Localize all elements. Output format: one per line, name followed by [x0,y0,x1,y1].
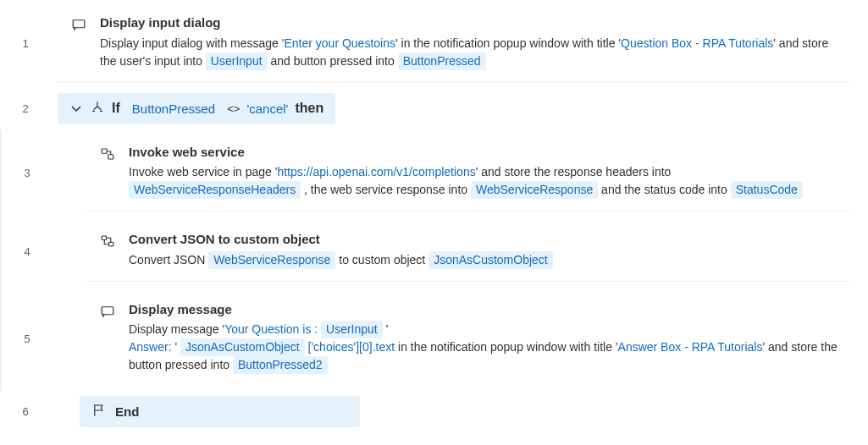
message-icon [98,300,117,319]
variable-token[interactable]: JsonAsCustomObject [428,251,553,269]
action-title: Display input dialog [100,14,841,33]
svg-rect-5 [102,306,113,314]
svg-rect-2 [108,154,113,158]
display-input-dialog-action[interactable]: Display input dialog Display input dialo… [58,5,851,83]
line-number: 4 [2,217,53,287]
line-number: 5 [2,287,53,392]
action-title: Convert JSON to custom object [129,230,841,250]
action-title: Invoke web service [129,143,841,162]
flag-icon [91,403,107,420]
svg-rect-3 [102,236,106,240]
variable-token[interactable]: UserInput [321,321,383,338]
invoke-web-service-action[interactable]: Invoke web service Invoke web service in… [86,135,851,212]
line-number: 1 [0,0,51,88]
convert-icon [98,230,117,249]
flow-row[interactable]: 4 Convert JSON to custom object Convert … [2,217,868,287]
action-description: Display input dialog with message 'Enter… [100,35,841,70]
compare-value: 'cancel' [246,102,288,116]
web-service-icon [98,143,117,162]
variable-token[interactable]: ButtonPressed [398,52,486,70]
svg-rect-1 [102,149,107,153]
variable-token[interactable]: WebServiceResponse [208,251,335,269]
variable-token[interactable]: ButtonPressed [127,102,220,116]
then-keyword: then [295,101,323,116]
action-description: Convert JSON WebServiceResponse to custo… [129,251,841,269]
end-keyword: End [115,404,139,419]
variable-token[interactable]: WebServiceResponse [471,181,598,199]
action-title: Display message [129,300,841,320]
flow-row[interactable]: 6 End [0,391,868,432]
if-keyword: If [112,101,120,116]
flow-editor: 1 Display input dialog Display input dia… [0,0,868,432]
flow-row[interactable]: 2 If ButtonPressed <>'cancel' then [0,88,868,129]
message-icon [69,14,88,32]
svg-rect-0 [73,20,85,28]
variable-token[interactable]: StatusCode [731,181,803,199]
branch-icon [90,100,105,118]
flow-row[interactable]: 3 Invoke web service Invoke web service … [2,129,868,217]
variable-token[interactable]: UserInput [206,52,268,70]
variable-token[interactable]: WebServiceResponseHeaders [129,181,301,199]
end-block[interactable]: End [80,396,360,427]
convert-json-action[interactable]: Convert JSON to custom object Convert JS… [86,222,851,282]
chevron-down-icon[interactable] [69,102,83,115]
svg-rect-4 [109,243,113,247]
line-number: 6 [0,391,51,432]
action-description: Display message 'Your Question is : User… [129,321,841,374]
if-condition-block[interactable]: If ButtonPressed <>'cancel' then [58,93,335,124]
flow-row[interactable]: 5 Display message Display message 'Your … [2,287,868,392]
line-number: 3 [2,129,53,217]
action-description: Invoke web service in page 'https://api.… [129,163,841,199]
variable-token[interactable]: ButtonPressed2 [233,356,328,374]
line-number: 2 [0,88,51,129]
variable-token[interactable]: JsonAsCustomObject [180,338,305,356]
operator: <> [227,102,240,115]
flow-row[interactable]: 1 Display input dialog Display input dia… [0,0,868,88]
display-message-action[interactable]: Display message Display message 'Your Qu… [86,292,851,387]
